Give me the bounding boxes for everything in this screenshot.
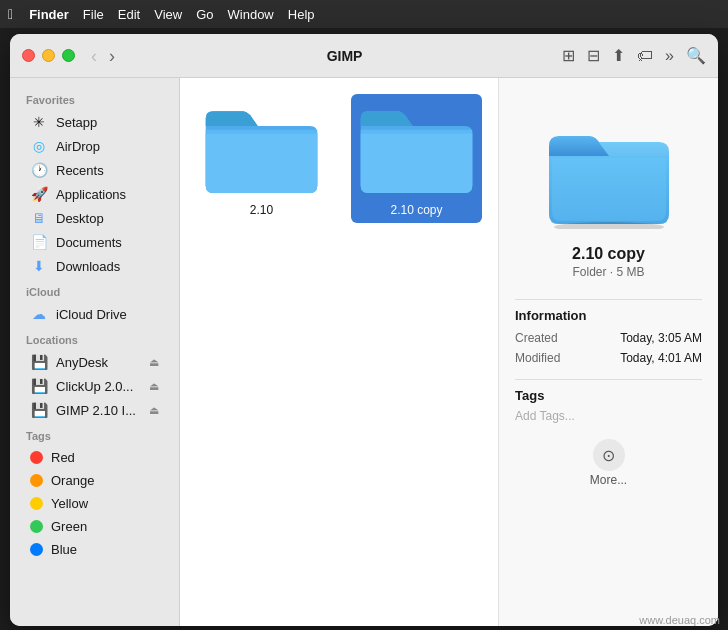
blue-tag-dot [30,543,43,556]
menu-edit[interactable]: Edit [118,7,140,22]
preview-folder-icon [544,124,674,229]
file-item-210[interactable]: 2.10 [196,94,327,223]
sidebar-item-documents[interactable]: 📄 Documents [14,230,175,254]
sidebar-item-icloud-drive[interactable]: ☁ iCloud Drive [14,302,175,326]
applications-icon: 🚀 [30,186,48,202]
gimp-icon: 💾 [30,402,48,418]
preview-created-row: Created Today, 3:05 AM [515,331,702,345]
red-tag-dot [30,451,43,464]
sidebar-item-tag-green[interactable]: Green [14,515,175,538]
anydesk-icon: 💾 [30,354,48,370]
sidebar-item-airdrop-label: AirDrop [56,139,100,154]
sidebar-item-downloads-label: Downloads [56,259,120,274]
zoom-button[interactable] [62,49,75,62]
clickup-eject-icon[interactable]: ⏏ [149,380,159,393]
desktop-icon: 🖥 [30,210,48,226]
preview-created-label: Created [515,331,558,345]
folder-icon-210-copy [357,100,476,197]
view-toggle-icon[interactable]: ⊞ [562,46,575,65]
apple-menu[interactable]:  [8,6,13,22]
sidebar-item-setapp-label: Setapp [56,115,97,130]
tag-icon[interactable]: 🏷 [637,47,653,65]
sidebar-item-applications[interactable]: 🚀 Applications [14,182,175,206]
yellow-tag-dot [30,497,43,510]
preview-modified-value: Today, 4:01 AM [620,351,702,365]
sidebar-item-tag-orange[interactable]: Orange [14,469,175,492]
sidebar-item-recents-label: Recents [56,163,104,178]
menu-go[interactable]: Go [196,7,213,22]
sidebar-item-anydesk[interactable]: 💾 AnyDesk ⏏ [14,350,175,374]
minimize-button[interactable] [42,49,55,62]
sidebar-item-recents[interactable]: 🕐 Recents [14,158,175,182]
tag-green-label: Green [51,519,87,534]
tag-red-label: Red [51,450,75,465]
search-icon[interactable]: 🔍 [686,46,706,65]
location-left: 💾 GIMP 2.10 I... [30,402,136,418]
tag-blue-label: Blue [51,542,77,557]
forward-button[interactable]: › [105,45,119,67]
gimp-eject-icon[interactable]: ⏏ [149,404,159,417]
sidebar-item-clickup[interactable]: 💾 ClickUp 2.0... ⏏ [14,374,175,398]
airdrop-icon: ◎ [30,138,48,154]
preview-panel: 2.10 copy Folder · 5 MB Information Crea… [498,78,718,626]
sidebar-item-gimp[interactable]: 💾 GIMP 2.10 I... ⏏ [14,398,175,422]
menu-finder[interactable]: Finder [29,7,69,22]
sidebar-item-clickup-label: ClickUp 2.0... [56,379,133,394]
more-icon[interactable]: » [665,47,674,65]
sidebar-item-icloud-drive-label: iCloud Drive [56,307,127,322]
anydesk-eject-icon[interactable]: ⏏ [149,356,159,369]
titlebar: ‹ › GIMP ⊞ ⊟ ⬆ 🏷 » 🔍 [10,34,718,78]
traffic-lights [22,49,75,62]
sidebar-item-downloads[interactable]: ⬇ Downloads [14,254,175,278]
preview-modified-label: Modified [515,351,560,365]
location-left: 💾 ClickUp 2.0... [30,378,133,394]
toolbar-right: ⊞ ⊟ ⬆ 🏷 » 🔍 [562,46,706,65]
file-grid: 2.10 2.10 copy [196,94,482,223]
window-title: GIMP [127,48,562,64]
sidebar: Favorites ✳ Setapp ◎ AirDrop 🕐 Recents 🚀… [10,78,180,626]
sidebar-item-gimp-label: GIMP 2.10 I... [56,403,136,418]
back-button[interactable]: ‹ [87,45,101,67]
sidebar-item-tag-yellow[interactable]: Yellow [14,492,175,515]
menu-help[interactable]: Help [288,7,315,22]
sidebar-item-applications-label: Applications [56,187,126,202]
preview-name: 2.10 copy [572,245,645,263]
sidebar-item-setapp[interactable]: ✳ Setapp [14,110,175,134]
file-item-210-copy[interactable]: 2.10 copy [351,94,482,223]
tag-yellow-label: Yellow [51,496,88,511]
menu-file[interactable]: File [83,7,104,22]
sidebar-item-desktop-label: Desktop [56,211,104,226]
preview-divider-2 [515,379,702,380]
file-label-210: 2.10 [250,203,273,217]
preview-tags-input[interactable]: Add Tags... [515,409,702,423]
preview-modified-row: Modified Today, 4:01 AM [515,351,702,365]
documents-icon: 📄 [30,234,48,250]
preview-meta: Folder · 5 MB [572,265,644,279]
tags-section-label: Tags [10,422,179,446]
sidebar-item-tag-blue[interactable]: Blue [14,538,175,561]
locations-section-label: Locations [10,326,179,350]
watermark: www.deuaq.com [639,614,720,626]
menu-window[interactable]: Window [228,7,274,22]
sidebar-item-desktop[interactable]: 🖥 Desktop [14,206,175,230]
file-label-210-copy: 2.10 copy [387,203,445,217]
nav-buttons: ‹ › [87,45,119,67]
location-left: 💾 AnyDesk [30,354,108,370]
favorites-section-label: Favorites [10,86,179,110]
sidebar-item-tag-red[interactable]: Red [14,446,175,469]
setapp-icon: ✳ [30,114,48,130]
sidebar-item-airdrop[interactable]: ◎ AirDrop [14,134,175,158]
preview-tags-title: Tags [515,388,702,403]
share-icon[interactable]: ⬆ [612,46,625,65]
content-area: Favorites ✳ Setapp ◎ AirDrop 🕐 Recents 🚀… [10,78,718,626]
finder-window: ‹ › GIMP ⊞ ⊟ ⬆ 🏷 » 🔍 Favorites ✳ Setapp … [10,34,718,626]
menu-view[interactable]: View [154,7,182,22]
menubar:  Finder File Edit View Go Window Help [0,0,728,28]
clickup-icon: 💾 [30,378,48,394]
recents-icon: 🕐 [30,162,48,178]
more-circle-icon: ⊙ [593,439,625,471]
downloads-icon: ⬇ [30,258,48,274]
group-icon[interactable]: ⊟ [587,46,600,65]
more-button[interactable]: ⊙ More... [590,439,627,487]
close-button[interactable] [22,49,35,62]
